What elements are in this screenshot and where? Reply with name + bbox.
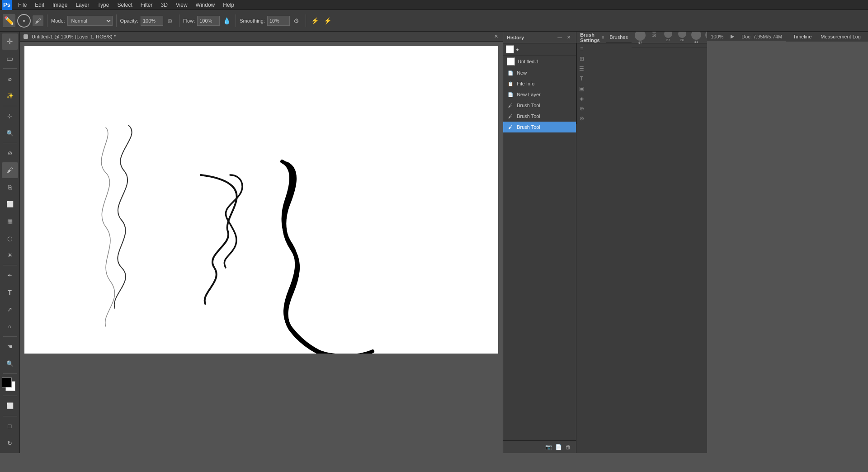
brush-preset[interactable]: 38 [703, 32, 707, 46]
opacity-toggle[interactable]: ⊕ [165, 15, 175, 26]
new-snapshot-btn[interactable]: 📷 [544, 443, 552, 451]
menu-type[interactable]: Type [94, 1, 113, 9]
spot-heal-tool[interactable]: ⊘ [2, 145, 18, 161]
menu-view[interactable]: View [172, 1, 191, 9]
right-panel-icon-8[interactable]: ⊗ [578, 115, 585, 122]
right-panel-icon-4[interactable]: T [578, 75, 585, 82]
pressure-tool[interactable]: ⚡ [322, 15, 333, 26]
angle-tool[interactable]: ⚡ [310, 15, 321, 26]
lasso-tool[interactable]: ⌀ [2, 71, 18, 87]
flow-input[interactable] [197, 16, 220, 26]
flow-label: Flow: [183, 18, 195, 24]
history-item[interactable]: 🖌 Brush Tool [503, 111, 576, 122]
menu-layer[interactable]: Layer [72, 1, 93, 9]
foreground-color-swatch[interactable] [2, 378, 12, 387]
canvas-window: Untitled-1 @ 100% (Layer 1, RGB/8) * ✕ [20, 32, 503, 453]
history-item[interactable]: 📄 New [503, 67, 576, 78]
measurement-log-tab[interactable]: Measurement Log [817, 33, 864, 41]
menu-image[interactable]: Image [49, 1, 71, 9]
right-panel-icon-2[interactable]: ⊞ [578, 55, 585, 62]
canvas-container[interactable] [20, 42, 503, 453]
hand-tool[interactable]: ☚ [2, 339, 18, 355]
create-doc-btn[interactable]: 📄 [554, 443, 562, 451]
mode-label: Mode: [51, 18, 65, 24]
history-item[interactable]: Untitled-1 [503, 56, 576, 67]
path-tool[interactable]: ↗ [2, 302, 18, 318]
menu-window[interactable]: Window [192, 1, 219, 9]
menubar: Ps File Edit Image Layer Type Select Fil… [0, 0, 868, 10]
right-panel-icon-5[interactable]: ▣ [578, 85, 585, 92]
history-minimize-btn[interactable]: — [556, 34, 563, 41]
marquee-tool[interactable]: ▭ [2, 51, 18, 67]
blur-tool[interactable]: ◌ [2, 230, 18, 246]
smoothing-label: Smoothing: [240, 18, 265, 24]
brush-preset[interactable]: 41 [689, 32, 703, 46]
flow-icon[interactable]: 💧 [221, 15, 232, 26]
menu-edit[interactable]: Edit [31, 1, 48, 9]
tools-panel: ✛ ▭ ⌀ ✨ ⊹ 🔍 ⊘ 🖌 ⎘ ⬜ ▦ ◌ ☀ ✒ T ↗ ○ ☚ 🔍 ⬜ … [0, 32, 20, 453]
smoothing-input[interactable] [267, 16, 290, 26]
menu-filter[interactable]: Filter [137, 1, 156, 9]
history-action-icon: 📋 [507, 80, 514, 87]
rotate-view-btn[interactable]: ↻ [2, 435, 18, 451]
history-brush-icon: 🖌 [507, 102, 514, 109]
gradient-tool[interactable]: ▦ [2, 213, 18, 230]
history-item[interactable]: 🖌 Brush Tool [503, 100, 576, 111]
brush-size-btn[interactable]: ● [17, 14, 31, 28]
history-item-active[interactable]: 🖌 Brush Tool [503, 122, 576, 132]
timeline-tab[interactable]: Timeline [789, 33, 815, 41]
crop-tool[interactable]: ⊹ [2, 108, 18, 124]
screen-mode-btn[interactable]: □ [2, 418, 18, 434]
eraser-tool[interactable]: ⬜ [2, 196, 18, 212]
right-panel-icon-6[interactable]: ◈ [578, 95, 585, 102]
shape-tool[interactable]: ○ [2, 318, 18, 335]
brush-tool-btn[interactable]: ✏️ [3, 14, 15, 27]
dodge-tool[interactable]: ☀ [2, 247, 18, 264]
smoothing-settings[interactable]: ⚙ [291, 15, 302, 26]
right-panel-icon-3[interactable]: ☰ [578, 65, 585, 72]
canvas-close-btn[interactable]: ✕ [493, 33, 499, 40]
brush-presets-grid: 47 10 27 28 41 [633, 32, 707, 46]
tool-sep-3 [3, 143, 17, 143]
brush-settings-menu-btn[interactable]: ≡ [600, 34, 606, 41]
brush-preset[interactable]: 47 [633, 32, 647, 46]
menu-file[interactable]: File [14, 1, 30, 9]
brush-settings-expand-btn[interactable]: ≡ [600, 34, 606, 41]
brush-toggle-btn[interactable]: 🖌 [33, 15, 43, 26]
menu-help[interactable]: Help [219, 1, 238, 9]
opacity-input[interactable] [141, 16, 163, 26]
zoom-level: 100% [711, 34, 723, 39]
doc-size: Doc: 7.95M/5.74M [741, 34, 782, 39]
pen-tool[interactable]: ✒ [2, 267, 18, 283]
menu-3d[interactable]: 3D [157, 1, 171, 9]
mode-select[interactable]: Normal [67, 16, 113, 26]
delete-state-btn[interactable]: 🗑 [564, 443, 572, 451]
brushes-tab[interactable]: Brushes [606, 32, 632, 43]
quick-mask-btn[interactable]: ⬜ [2, 398, 18, 414]
history-item[interactable]: 📄 New Layer [503, 89, 576, 100]
history-action-icon: 📄 [507, 91, 514, 98]
brush-settings-panel: Brush Settings ≡ Brushes 47 10 [576, 32, 707, 453]
brush-preset[interactable]: 27 [661, 32, 675, 46]
toolbar-sep-1 [47, 14, 47, 27]
drawing-canvas[interactable] [24, 46, 498, 354]
clone-tool[interactable]: ⎘ [2, 179, 18, 195]
move-tool[interactable]: ✛ [2, 33, 18, 50]
tool-sep-1 [3, 68, 17, 69]
history-close-btn[interactable]: ✕ [565, 34, 572, 41]
history-footer: 📷 📄 🗑 [503, 440, 576, 453]
canvas-area: Untitled-1 @ 100% (Layer 1, RGB/8) * ✕ [20, 32, 503, 453]
brush-preset[interactable]: 10 [647, 32, 661, 46]
quick-select-tool[interactable]: ✨ [2, 88, 18, 104]
menu-select[interactable]: Select [113, 1, 136, 9]
brush-tool[interactable]: 🖌 [2, 162, 18, 179]
zoom-tool[interactable]: 🔍 [2, 356, 18, 372]
history-item[interactable]: 📋 File Info [503, 78, 576, 89]
right-panel-icon-1[interactable]: ≡ [578, 45, 585, 52]
text-tool[interactable]: T [2, 284, 18, 301]
history-brush-icon: 🖌 [507, 113, 514, 120]
eyedropper-tool[interactable]: 🔍 [2, 125, 18, 141]
history-item-label: Brush Tool [517, 103, 540, 108]
right-panel-icon-7[interactable]: ⊕ [578, 105, 585, 112]
brush-preset[interactable]: 28 [675, 32, 689, 46]
